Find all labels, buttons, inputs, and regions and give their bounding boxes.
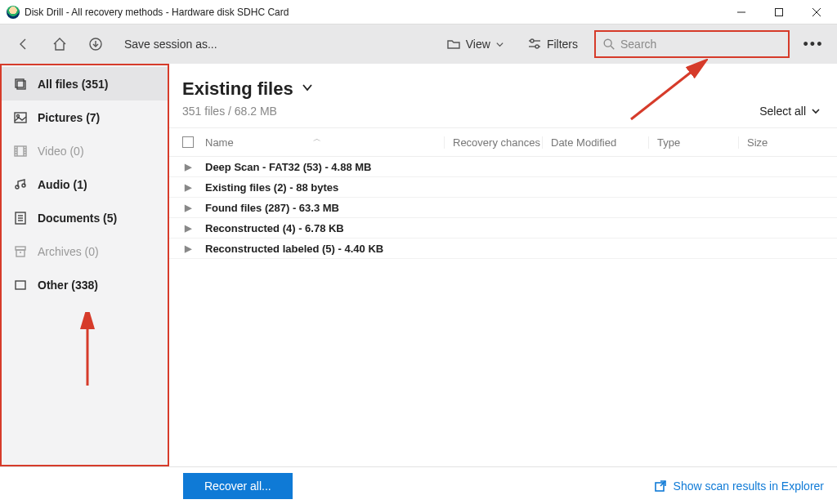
open-external-icon <box>654 479 667 493</box>
column-date[interactable]: Date Modified <box>542 136 648 149</box>
sidebar-item-label: Video (0) <box>38 145 84 158</box>
sidebar-item-other[interactable]: Other (338) <box>2 268 168 301</box>
home-button[interactable] <box>46 32 74 56</box>
svg-line-37 <box>660 481 665 486</box>
show-in-explorer-label: Show scan results in Explorer <box>674 479 824 493</box>
content: Existing files 351 files / 68.2 MB Selec… <box>169 64 837 466</box>
show-in-explorer-link[interactable]: Show scan results in Explorer <box>654 479 824 493</box>
download-button[interactable] <box>82 32 110 56</box>
recover-all-button[interactable]: Recover all... <box>183 473 293 499</box>
svg-point-26 <box>22 184 25 187</box>
column-type[interactable]: Type <box>648 136 738 149</box>
select-all-button[interactable]: Select all <box>759 105 821 118</box>
minimize-button[interactable] <box>723 0 760 25</box>
svg-rect-1 <box>776 8 783 16</box>
app-icon <box>7 6 20 19</box>
sidebar-item-all-files[interactable]: All files (351) <box>2 67 168 100</box>
sidebar: All files (351) Pictures (7) Video (0) A… <box>0 64 169 466</box>
column-size[interactable]: Size <box>738 136 829 149</box>
stack-icon <box>13 77 28 91</box>
document-icon <box>13 211 28 225</box>
sidebar-item-label: Documents (5) <box>38 212 117 225</box>
sidebar-item-label: All files (351) <box>38 78 108 91</box>
folder-icon <box>446 37 461 51</box>
filters-label: Filters <box>547 38 578 51</box>
sort-indicator-icon: ︿ <box>313 133 321 145</box>
sidebar-item-label: Other (338) <box>38 279 98 292</box>
view-menu[interactable]: View <box>440 32 511 56</box>
sidebar-item-audio[interactable]: Audio (1) <box>2 167 168 201</box>
chevron-down-icon <box>811 106 821 116</box>
picture-icon <box>13 110 28 125</box>
window-title: Disk Drill - All recovery methods - Hard… <box>25 7 289 18</box>
search-icon <box>602 38 615 51</box>
table-row[interactable]: ▶ Reconstructed (4) - 6.78 KB <box>169 218 837 239</box>
main-area: All files (351) Pictures (7) Video (0) A… <box>0 64 837 466</box>
other-icon <box>13 278 28 292</box>
maximize-button[interactable] <box>760 0 798 25</box>
more-menu-button[interactable]: ••• <box>799 36 827 53</box>
svg-point-25 <box>16 185 19 189</box>
close-button[interactable] <box>798 0 835 25</box>
svg-rect-34 <box>16 281 25 289</box>
sliders-icon <box>527 37 542 51</box>
row-label: Found files (287) - 63.3 MB <box>199 202 339 214</box>
annotation-arrow-sidebar <box>77 312 98 390</box>
expand-icon[interactable]: ▶ <box>177 182 199 193</box>
svg-line-11 <box>611 46 614 49</box>
filters-button[interactable]: Filters <box>521 32 584 56</box>
table-row[interactable]: ▶ Deep Scan - FAT32 (53) - 4.88 MB <box>169 157 837 177</box>
table-row[interactable]: ▶ Existing files (2) - 88 bytes <box>169 177 837 198</box>
column-name[interactable]: Name ︿ <box>199 136 444 149</box>
svg-rect-32 <box>16 250 25 256</box>
column-recovery[interactable]: Recovery chances <box>444 136 542 149</box>
audio-icon <box>13 177 28 192</box>
svg-point-7 <box>530 39 534 42</box>
row-label: Deep Scan - FAT32 (53) - 4.88 MB <box>199 161 372 173</box>
table-header: Name ︿ Recovery chances Date Modified Ty… <box>169 127 837 157</box>
save-session-label: Save session as... <box>124 38 217 51</box>
heading-dropdown[interactable] <box>302 82 313 96</box>
svg-point-10 <box>604 39 611 47</box>
expand-icon[interactable]: ▶ <box>177 203 199 213</box>
video-icon <box>13 144 28 158</box>
expand-icon[interactable]: ▶ <box>177 223 199 234</box>
titlebar: Disk Drill - All recovery methods - Hard… <box>0 0 837 25</box>
sidebar-item-documents[interactable]: Documents (5) <box>2 201 168 234</box>
select-all-label: Select all <box>759 105 806 118</box>
archive-icon <box>13 244 28 259</box>
table-row[interactable]: ▶ Reconstructed labeled (5) - 4.40 KB <box>169 239 837 259</box>
sidebar-item-label: Archives (0) <box>38 245 99 258</box>
search-field-wrap[interactable] <box>594 30 790 58</box>
svg-point-15 <box>17 114 20 117</box>
content-heading: Existing files <box>182 78 293 100</box>
footer: Recover all... Show scan results in Expl… <box>0 466 837 504</box>
select-all-checkbox[interactable] <box>182 136 194 148</box>
save-session-button[interactable]: Save session as... <box>118 33 224 56</box>
rows: ▶ Deep Scan - FAT32 (53) - 4.88 MB ▶ Exi… <box>169 157 837 259</box>
row-label: Reconstructed labeled (5) - 4.40 KB <box>199 243 383 255</box>
sidebar-item-pictures[interactable]: Pictures (7) <box>2 100 168 134</box>
back-button[interactable] <box>10 32 38 56</box>
svg-point-9 <box>535 45 539 48</box>
chevron-down-icon <box>495 40 504 49</box>
toolbar: Save session as... View Filters ••• <box>0 25 837 64</box>
view-label: View <box>466 38 490 51</box>
search-input[interactable] <box>620 38 781 51</box>
sidebar-item-archives[interactable]: Archives (0) <box>2 234 168 268</box>
window-controls <box>723 0 835 25</box>
expand-icon[interactable]: ▶ <box>177 162 199 172</box>
content-header: Existing files 351 files / 68.2 MB Selec… <box>169 64 837 127</box>
sidebar-item-video[interactable]: Video (0) <box>2 134 168 167</box>
sidebar-item-label: Audio (1) <box>38 178 87 191</box>
row-label: Existing files (2) - 88 bytes <box>199 181 338 194</box>
row-label: Reconstructed (4) - 6.78 KB <box>199 222 344 234</box>
expand-icon[interactable]: ▶ <box>177 243 199 254</box>
table-row[interactable]: ▶ Found files (287) - 63.3 MB <box>169 198 837 218</box>
sidebar-item-label: Pictures (7) <box>38 111 100 124</box>
content-subheading: 351 files / 68.2 MB <box>182 105 824 118</box>
